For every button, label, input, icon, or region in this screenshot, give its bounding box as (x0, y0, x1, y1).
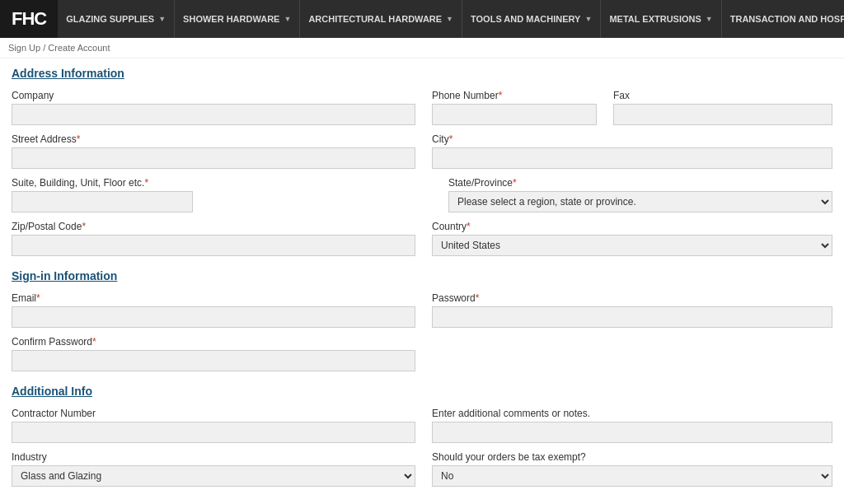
fax-label: Fax (613, 90, 832, 101)
contractor-label: Contractor Number (12, 408, 415, 419)
password-label: Password* (432, 292, 832, 304)
company-input[interactable] (12, 104, 415, 125)
nav-shower-hardware[interactable]: SHOWER HARDWARE ▼ (175, 0, 300, 38)
fax-input[interactable] (613, 104, 832, 125)
zip-input[interactable] (12, 235, 415, 256)
tax-exempt-select[interactable]: No (432, 465, 832, 487)
industry-label: Industry (12, 451, 415, 463)
zip-label: Zip/Postal Code* (12, 221, 415, 232)
address-section-title: Address Information (12, 67, 832, 80)
nav-glazing-supplies[interactable]: GLAZING SUPPLIES ▼ (58, 0, 175, 38)
comments-input[interactable] (432, 422, 832, 443)
country-label: Country* (432, 221, 832, 232)
email-input[interactable] (12, 306, 415, 328)
phone-label: Phone Number* (432, 90, 597, 101)
comments-label: Enter additional comments or notes. (432, 408, 832, 419)
state-label: State/Province* (448, 177, 832, 189)
site-logo[interactable]: FHC (0, 0, 58, 38)
city-input[interactable] (432, 147, 832, 169)
nav-tools-machinery[interactable]: TOOLS AND MACHINERY ▼ (462, 0, 601, 38)
signin-section-title: Sign-in Information (12, 269, 832, 282)
state-select[interactable]: Please select a region, state or provinc… (448, 191, 832, 212)
nav-transaction-hospitality[interactable]: TRANSACTION AND HOSPITALITY ▼ (722, 0, 844, 38)
company-label: Company (12, 90, 415, 101)
country-select[interactable]: United States (432, 235, 832, 256)
city-label: City* (432, 133, 832, 145)
chevron-down-icon: ▼ (584, 15, 592, 23)
email-label: Email* (12, 292, 415, 304)
street-label: Street Address* (12, 133, 415, 145)
tax-exempt-label: Should your orders be tax exempt? (432, 451, 832, 463)
phone-input[interactable] (432, 104, 597, 125)
chevron-down-icon: ▼ (446, 15, 453, 23)
password-input[interactable] (432, 306, 832, 328)
chevron-down-icon: ▼ (706, 15, 713, 23)
chevron-down-icon: ▼ (284, 15, 291, 23)
suite-label: Suite, Building, Unit, Floor etc.* (12, 177, 193, 189)
street-input[interactable] (12, 147, 415, 169)
confirm-password-input[interactable] (12, 350, 415, 371)
suite-input[interactable] (12, 191, 193, 212)
chevron-down-icon: ▼ (158, 15, 166, 23)
industry-select[interactable]: Glass and Glazing (12, 465, 415, 487)
contractor-input[interactable] (12, 422, 415, 443)
nav-metal-extrusions[interactable]: METAL EXTRUSIONS ▼ (601, 0, 721, 38)
additional-section-title: Additional Info (12, 385, 832, 398)
breadcrumb: Sign Up / Create Account (0, 38, 844, 58)
nav-architectural-hardware[interactable]: ARCHITECTURAL HARDWARE ▼ (300, 0, 462, 38)
confirm-password-label: Confirm Password* (12, 336, 415, 348)
